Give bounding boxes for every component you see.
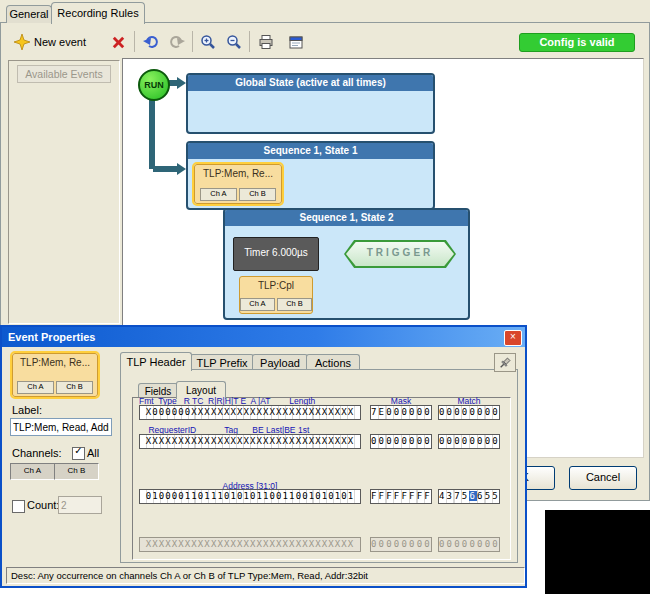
screen: General Recording Rules New event [0,0,650,594]
arrowhead [177,77,186,89]
arrow-run-to-seq1 [153,166,177,172]
redacted-area [545,510,650,594]
new-event-star-icon [14,34,30,50]
zoom-out-icon [226,34,242,50]
arrow-run-down [149,95,155,169]
pin-button[interactable] [494,353,516,372]
row0-match[interactable]: 00000000 [438,405,500,420]
label-input[interactable] [10,418,112,436]
count-caption: Count: [27,499,59,511]
dialog-titlebar[interactable]: Event Properties [2,327,525,347]
zoom-in-button[interactable] [196,30,220,54]
row0-mask[interactable]: 7E000000 [370,405,432,420]
count-input[interactable] [58,496,102,514]
event-preview-box: TLP:Mem, Re... Ch A Ch B [12,353,98,397]
event-properties-dialog: Event Properties TLP:Mem, Re... Ch A Ch … [0,325,527,588]
toolbar-separator [192,31,193,52]
all-checkbox-label: All [87,447,99,459]
toolbar-separator [249,31,250,52]
run-node[interactable]: RUN [138,69,170,101]
row3-match: 00000000 [438,537,500,552]
tab-tlp-header[interactable]: TLP Header [120,352,192,371]
mem-ch-a-button[interactable]: Ch A [200,188,237,201]
properties-button[interactable] [283,30,309,54]
row3-bits: XXXXXXXXXXXXXXXXXXXXXXXXXXXXXXXX [139,537,361,552]
row2-mask[interactable]: FFFFFFFF [370,489,432,504]
layout-panel [132,397,511,560]
redo-button[interactable] [165,30,189,54]
dialog-title: Event Properties [8,331,95,343]
available-events-panel: Available Events [8,60,120,324]
preview-ch-b: Ch B [56,381,93,394]
label-caption: Label: [12,404,42,416]
cpl-ch-b-button[interactable]: Ch B [277,298,312,311]
global-state-box[interactable]: Global State (active at all times) [186,73,435,134]
cancel-button[interactable]: Cancel [569,466,637,490]
row1-match[interactable]: 00000000 [438,434,500,449]
ch-a-toggle[interactable]: Ch A [10,463,55,480]
undo-icon [143,34,159,50]
close-icon[interactable] [504,330,522,346]
ch-b-toggle[interactable]: Ch B [54,463,99,480]
row1-bits[interactable]: XXXXXXXXXXXXXXXXXXXXXXXXXXXXXXXX [139,434,361,449]
global-state-header: Global State (active at all times) [188,75,433,91]
toolbar-separator [134,31,135,52]
zoom-out-button[interactable] [222,30,246,54]
available-events-title: Available Events [17,65,110,83]
tab-general[interactable]: General [6,5,52,23]
all-checkbox[interactable] [72,447,85,460]
event-tlp-mem[interactable]: TLP:Mem, Re... Ch A Ch B [194,164,282,204]
printer-icon [258,34,274,50]
cpl-ch-a-button[interactable]: Ch A [240,298,275,311]
delete-x-icon [111,35,126,50]
pushpin-icon [498,356,512,370]
channels-caption: Channels: [12,447,62,459]
mem-ch-b-button[interactable]: Ch B [239,188,276,201]
seq1-state2-header: Sequence 1, State 2 [225,210,468,226]
event-tlp-cpl[interactable]: TLP:Cpl Ch A Ch B [239,276,313,314]
row1-mask[interactable]: 00000000 [370,434,432,449]
row2-bits[interactable]: 01000011011101010110011001010101 [139,489,361,504]
row3-mask: 00000000 [370,537,432,552]
description-bar: Desc: Any occurrence on channels Ch A or… [6,567,525,584]
properties-window-icon [288,34,304,50]
match-selection: 6 [469,491,477,501]
print-button[interactable] [253,30,279,54]
row0-bits[interactable]: X000000XXXXXXXXXXXXXXXXXXXXXXXXX [139,405,361,420]
redo-icon [169,34,185,50]
zoom-in-icon [200,34,216,50]
count-checkbox[interactable] [12,500,25,513]
arrowhead [177,163,186,175]
undo-button[interactable] [139,30,163,54]
delete-event-button[interactable] [106,30,130,54]
preview-ch-a: Ch A [17,381,54,394]
trigger-node[interactable]: TRIGGER [344,240,456,268]
config-valid-badge: Config is valid [519,33,635,52]
seq1-state1-header: Sequence 1, State 1 [188,143,433,159]
tab-recording-rules[interactable]: Recording Rules [51,2,145,24]
timer-node[interactable]: Timer 6.000µs [233,237,319,271]
new-event-button[interactable]: New event [14,30,102,54]
row2-match[interactable]: 43756655 [438,489,500,504]
